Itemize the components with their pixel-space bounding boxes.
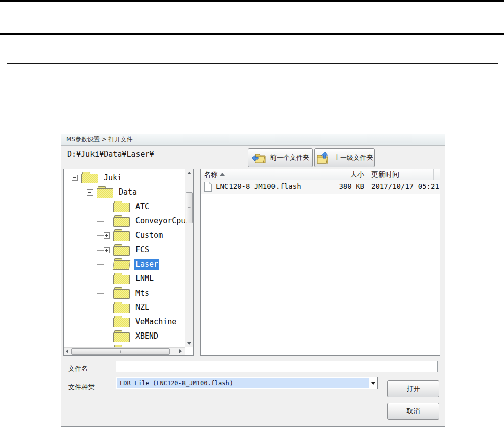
tree-item-ConveyorCpu[interactable]: ConveyorCpu <box>64 214 185 229</box>
folder-tree-panel: JukiDataATCConveyorCpuCustomFCSLaserLNML… <box>63 169 194 356</box>
tree-item-XBEND[interactable]: XBEND <box>64 329 185 344</box>
open-button-label: 打开 <box>407 384 420 393</box>
tree-item-Custom[interactable]: Custom <box>64 228 185 243</box>
file-name-label: 文件名 <box>68 364 88 373</box>
file-name-input[interactable] <box>116 361 438 372</box>
tree-item-label: FCS <box>134 245 150 255</box>
scroll-right-button[interactable] <box>177 348 185 355</box>
folder-icon <box>113 330 130 343</box>
page-rule-middle <box>0 33 504 35</box>
sort-ascending-icon <box>220 173 225 176</box>
scroll-left-button[interactable] <box>64 348 71 355</box>
tree-item-sDatBackup_20190[interactable]: sDatBackup_20190 <box>64 344 185 347</box>
file-type-combobox[interactable]: LDR File (LNC120-8_JM100.flash) <box>116 377 378 389</box>
column-separator <box>433 169 434 180</box>
arrow-up-icon <box>187 172 191 174</box>
column-header-name[interactable]: 名称 <box>204 170 218 179</box>
tree-hscroll-thumb[interactable] <box>71 348 170 355</box>
folder-icon <box>113 287 130 299</box>
folder-icon <box>113 258 130 270</box>
cancel-button-label: 取消 <box>407 407 420 416</box>
folder-icon <box>113 302 130 314</box>
tree-vscroll-thumb[interactable] <box>186 192 193 223</box>
file-list-panel: 名称 大小 更新时间 LNC120-8_JM100.flash380 KB201… <box>200 169 440 356</box>
scroll-down-button[interactable] <box>185 340 193 347</box>
parent-folder-icon <box>316 151 330 164</box>
file-type-value: LDR File (LNC120-8_JM100.flash) <box>117 378 369 388</box>
open-button[interactable]: 打开 <box>387 380 439 397</box>
file-modified: 2017/10/17 05:21 <box>371 182 439 191</box>
tree-item-label: LNML <box>134 273 155 284</box>
tree-horizontal-scrollbar[interactable] <box>64 347 185 355</box>
tree-item-label: XBEND <box>134 331 159 342</box>
tree-item-label: ATC <box>134 202 150 212</box>
tree-item-label: Juki <box>103 173 123 183</box>
tree-item-ATC[interactable]: ATC <box>64 200 185 214</box>
tree-item-label: Data <box>118 187 138 198</box>
previous-folder-button[interactable]: 前一个文件夹 <box>248 148 313 167</box>
tree-item-Laser[interactable]: Laser <box>64 257 185 272</box>
chevron-down-icon <box>371 382 375 385</box>
cancel-button[interactable]: 取消 <box>387 403 439 420</box>
scroll-grip <box>188 206 191 210</box>
expand-icon[interactable] <box>104 232 110 239</box>
parent-folder-label: 上一级文件夹 <box>334 153 373 162</box>
tree-item-label: ConveyorCpu <box>134 216 185 226</box>
scroll-grip <box>119 350 123 353</box>
file-row-LNC120-8_JM100.flash[interactable]: LNC120-8_JM100.flash380 KB2017/10/17 05:… <box>201 180 440 194</box>
file-list-header: 名称 大小 更新时间 <box>201 169 440 181</box>
arrow-right-icon <box>179 349 182 353</box>
folder-icon <box>97 186 114 199</box>
tree-item-label: Mts <box>134 288 150 299</box>
folder-icon <box>113 316 130 328</box>
page-rule-lower <box>7 63 498 64</box>
tree-item-VeMachine[interactable]: VeMachine <box>64 315 185 329</box>
folder-icon <box>113 201 130 213</box>
scroll-up-button[interactable] <box>185 169 193 177</box>
column-header-size[interactable]: 大小 <box>350 170 364 179</box>
tree-item-LNML[interactable]: LNML <box>64 272 185 287</box>
column-header-modified[interactable]: 更新时间 <box>371 170 399 179</box>
arrow-down-icon <box>187 342 191 345</box>
open-file-dialog: MS参数设置 > 打开文件 D:¥Juki¥Data¥Laser¥ 前一个文件夹… <box>61 134 445 427</box>
tree-vertical-scrollbar[interactable] <box>185 169 193 347</box>
previous-folder-icon <box>251 151 266 164</box>
tree-item-Mts[interactable]: Mts <box>64 286 185 301</box>
page-rule-top <box>0 0 504 2</box>
file-type-label: 文件种类 <box>68 383 95 392</box>
collapse-icon[interactable] <box>87 189 93 196</box>
dialog-titlebar: MS参数设置 > 打开文件 <box>61 134 445 146</box>
tree-item-label: VeMachine <box>134 317 177 327</box>
folder-icon <box>113 273 130 285</box>
file-icon <box>204 182 212 192</box>
folder-tree: JukiDataATCConveyorCpuCustomFCSLaserLNML… <box>64 169 185 347</box>
tree-item-Juki[interactable]: Juki <box>64 171 185 185</box>
file-name: LNC120-8_JM100.flash <box>216 182 301 191</box>
previous-folder-label: 前一个文件夹 <box>270 153 309 162</box>
folder-icon <box>113 215 130 227</box>
column-separator <box>368 169 368 180</box>
parent-folder-button[interactable]: 上一级文件夹 <box>314 148 375 167</box>
tree-item-FCS[interactable]: FCS <box>64 243 185 258</box>
tree-item-Data[interactable]: Data <box>64 185 185 200</box>
expand-icon[interactable] <box>104 247 110 253</box>
collapse-icon[interactable] <box>72 175 78 181</box>
tree-item-NZL[interactable]: NZL <box>64 301 185 315</box>
folder-icon <box>113 229 130 242</box>
folder-icon <box>113 244 130 256</box>
dialog-title: MS参数设置 > 打开文件 <box>66 135 133 144</box>
tree-item-label: Laser <box>134 259 159 270</box>
arrow-left-icon <box>66 349 68 353</box>
current-path: D:¥Juki¥Data¥Laser¥ <box>67 150 154 159</box>
tree-item-label: Custom <box>134 230 164 241</box>
file-size: 380 KB <box>339 182 364 191</box>
tree-item-label: NZL <box>134 302 150 313</box>
folder-icon <box>81 172 99 184</box>
